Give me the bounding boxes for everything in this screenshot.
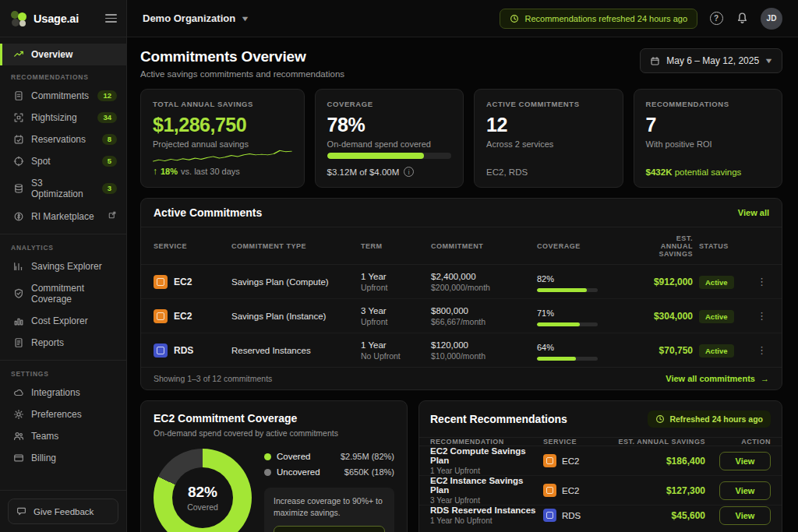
recommendations-refreshed-badge: Recommendations refreshed 24 hours ago (500, 9, 697, 29)
gear-icon (13, 409, 24, 420)
view-all-link[interactable]: View all (738, 208, 769, 217)
sidebar-item-integrations[interactable]: Integrations (0, 382, 126, 403)
rds-service-icon (154, 344, 168, 358)
row-coverage-bar (537, 288, 598, 292)
external-link-icon (108, 210, 117, 222)
sidebar-item-savings-explorer[interactable]: Savings Explorer (0, 255, 126, 277)
file-text-icon (13, 90, 24, 101)
credit-card-icon (13, 453, 24, 463)
hamburger-menu-icon[interactable] (105, 14, 117, 23)
ec2-service-icon (543, 454, 556, 467)
trending-up-icon (13, 49, 24, 60)
section-label-analytics: ANALYTICS (0, 236, 126, 255)
status-badge: Active (699, 310, 734, 323)
row-menu-button[interactable]: ⋮ (755, 344, 769, 356)
topbar: Demo Organization ▼ Recommendations refr… (127, 0, 798, 37)
view-button[interactable]: View (719, 452, 771, 470)
uncovered-dot-icon (264, 469, 271, 476)
main-content: Commitments Overview Active savings comm… (127, 37, 798, 532)
sidebar-item-commitments[interactable]: Commitments 12 (0, 85, 126, 107)
view-button[interactable]: View (719, 481, 771, 500)
row-coverage-bar (537, 322, 598, 326)
calendar-icon (650, 56, 660, 66)
status-badge: Active (699, 276, 734, 289)
sidebar-item-reports[interactable]: Reports (0, 332, 126, 354)
table-row: RDS Reserved Instances 1 YearNo Upfront … (141, 333, 782, 367)
date-range-picker[interactable]: May 6 – May 12, 2025 ▼ (640, 48, 782, 73)
total-savings-value: $1,286,750 (153, 114, 292, 136)
row-coverage-bar (537, 357, 598, 361)
coverage-donut-chart: 82% Covered (154, 449, 252, 532)
table-row: EC2 Savings Plan (Instance) 3 YearUpfron… (141, 299, 782, 333)
refreshed-badge: Refreshed 24 hours ago (648, 410, 771, 428)
legend-uncovered: Uncovered $650K (18%) (264, 464, 394, 480)
ec2-service-icon (154, 309, 168, 323)
help-button[interactable]: ? (709, 12, 723, 26)
page-subtitle: Active savings commitments and recommend… (140, 69, 344, 79)
sidebar-item-billing[interactable]: Billing (0, 447, 126, 469)
view-recommendations-button[interactable]: View Recommendations (274, 526, 385, 532)
recommendations-title: Recent Recommendations (430, 413, 567, 425)
recommendations-header: RECOMMENDATION SERVICE EST. ANNUAL SAVIN… (419, 438, 782, 446)
document-icon (13, 337, 24, 348)
shield-check-icon (13, 288, 24, 299)
bell-icon (736, 12, 749, 25)
sidebar-nav: Overview RECOMMENDATIONS Commitments 12 … (0, 37, 126, 490)
resize-icon (13, 112, 24, 123)
coverage-progress-bar (327, 153, 451, 159)
recommendation-row: RDS Reserved Instances1 Year No Upfront … (419, 506, 782, 525)
table-header: SERVICE COMMITMENT TYPE TERM COMMITMENT … (141, 227, 782, 265)
sidebar: Usage.ai Overview RECOMMENDATIONS Commit… (0, 0, 127, 532)
pagination-summary: Showing 1–3 of 12 commitments (154, 374, 272, 383)
sidebar-item-commitment-coverage[interactable]: Commitment Coverage (0, 277, 126, 310)
sidebar-item-rightsizing[interactable]: Rightsizing 34 (0, 107, 126, 129)
legend-covered: Covered $2.95M (82%) (264, 449, 394, 464)
sidebar-footer: Give Feedback (0, 490, 126, 532)
view-button[interactable]: View (719, 506, 771, 525)
stat-card-active-commitments: ACTIVE COMMITMENTS 12 Across 2 services … (474, 89, 623, 188)
sidebar-item-preferences[interactable]: Preferences (0, 403, 126, 425)
database-icon (13, 183, 24, 194)
recent-recommendations-panel: Recent Recommendations Refreshed 24 hour… (418, 400, 782, 532)
org-selector[interactable]: Demo Organization ▼ (143, 12, 249, 24)
recommendation-row: EC2 Instance Savings Plan3 Year Upfront … (419, 476, 782, 506)
arrow-up-icon: ↑ (153, 166, 157, 177)
logo-text: Usage.ai (34, 12, 79, 25)
chevron-down-icon: ▼ (240, 15, 249, 23)
row-menu-button[interactable]: ⋮ (755, 276, 769, 287)
coverage-card-title: EC2 Commitment Coverage (154, 412, 394, 425)
table-row: EC2 Savings Plan (Compute) 1 YearUpfront… (141, 265, 782, 299)
row-menu-button[interactable]: ⋮ (755, 310, 769, 322)
bar-chart-icon (13, 261, 24, 272)
clock-icon (510, 14, 519, 23)
clock-icon (655, 414, 665, 424)
view-all-commitments-link[interactable]: View all commitments → (666, 374, 769, 383)
ec2-service-icon (543, 484, 556, 497)
sidebar-item-ri-marketplace[interactable]: RI Marketplace (0, 205, 126, 227)
chart-bars-icon (13, 315, 24, 326)
sidebar-item-teams[interactable]: Teams (0, 425, 126, 447)
sidebar-item-cost-explorer[interactable]: Cost Explorer (0, 310, 126, 332)
cloud-icon (13, 387, 24, 398)
coverage-value: 78% (327, 114, 451, 136)
sidebar-item-overview[interactable]: Overview (0, 44, 126, 65)
commitments-count-badge: 12 (97, 90, 117, 101)
sidebar-item-reservations[interactable]: Reservations 8 (0, 129, 126, 150)
sidebar-item-s3-optimization[interactable]: S3 Optimization 3 (0, 172, 126, 205)
divider (0, 234, 126, 234)
notifications-bell-button[interactable] (735, 12, 749, 26)
stat-card-recommendations: RECOMMENDATIONS 7 With positive ROI $432… (634, 89, 782, 188)
page-title: Commitments Overview (140, 48, 344, 65)
stat-card-coverage: COVERAGE 78% On-demand spend covered $3.… (315, 89, 464, 188)
ec2-service-icon (154, 275, 168, 289)
info-icon[interactable]: i (404, 167, 414, 177)
ec2-coverage-card: EC2 Commitment Coverage On-demand spend … (140, 400, 408, 532)
user-avatar[interactable]: JD (761, 8, 782, 30)
arrow-right-icon: → (761, 374, 769, 383)
calendar-check-icon (13, 134, 24, 145)
sidebar-item-spot[interactable]: Spot 5 (0, 150, 126, 172)
chevron-down-icon: ▼ (764, 57, 773, 65)
active-commitments-panel: Active Commitments View all SERVICE COMM… (140, 198, 782, 390)
s3-count-badge: 3 (102, 183, 117, 194)
give-feedback-button[interactable]: Give Feedback (8, 499, 118, 524)
